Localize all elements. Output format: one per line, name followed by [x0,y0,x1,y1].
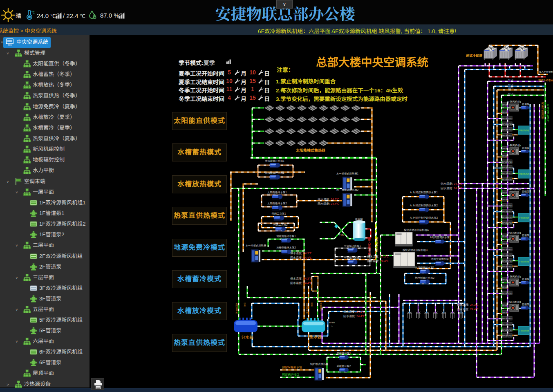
svg-text:24.4℃: 24.4℃ [303,256,312,259]
svg-text:供水温度:: 供水温度: [441,182,453,185]
svg-text:DPD3: DPD3 [508,117,513,119]
svg-text:24.3℃: 24.3℃ [303,252,312,255]
svg-text:回水温度:: 回水温度: [441,187,453,190]
svg-text:水一地板式换热器: 水一地板式换热器 [246,244,266,247]
svg-text:DPD3: DPD3 [508,161,513,163]
svg-text:采暖循环泵2: 采暖循环泵2 [337,365,351,367]
svg-text:DPD3: DPD3 [508,167,513,169]
svg-text:DPD3: DPD3 [502,211,507,213]
svg-text:供水: 供水 [244,302,246,307]
svg-text:闭式冷却塔: 闭式冷却塔 [466,54,483,58]
svg-text:供水温度:: 供水温度: [318,198,330,201]
svg-text:DPD3: DPD3 [502,292,507,294]
svg-text:XFD3: XFD3 [502,191,507,193]
svg-text:旁通二次泵2: 旁通二次泵2 [273,223,288,226]
svg-text:供水温度:: 供水温度: [457,303,469,306]
svg-text:1F新风机组: 1F新风机组 [519,329,529,332]
svg-text:XFD3: XFD3 [508,78,513,81]
svg-text:预留冷却塔补水管: 预留冷却塔补水管 [538,79,553,82]
svg-text:DPD3: DPD3 [502,167,507,169]
svg-text:模块: 模块 [8,44,12,46]
svg-text:DPD3: DPD3 [502,266,507,268]
svg-text:5F新风机组: 5F新风机组 [519,173,529,175]
svg-text:锅炉板式换热器: 锅炉板式换热器 [310,363,329,365]
svg-text:24.4℃: 24.4℃ [356,315,365,318]
svg-text:管道泵: 管道泵 [522,278,529,280]
svg-text:预留采暖补水管: 预留采暖补水管 [282,366,302,369]
svg-text:A. 时间控制空调供水泵3: A. 时间控制空调供水泵3 [410,216,438,219]
svg-text:4F新风机组1: 4F新风机组1 [507,188,522,190]
svg-text:地暖侧循环水泵1: 地暖侧循环水泵1 [276,235,296,237]
svg-text:DPD3: DPD3 [502,260,507,262]
svg-text:模块式地源热泵机组B: 模块式地源热泵机组B [403,249,428,251]
svg-text:管道泵: 管道泵 [522,190,529,193]
svg-text:地埋侧循环水泵1: 地埋侧循环水泵1 [415,266,434,269]
svg-text:DPD3: DPD3 [502,172,507,175]
svg-text:110: 110 [339,234,343,237]
svg-text:回水温度:: 回水温度: [457,308,469,311]
svg-text:接入室外侧机: 接入室外侧机 [539,70,553,73]
svg-text:太阳侧循环水泵1: 太阳侧循环水泵1 [267,191,287,194]
svg-text:DPD3: DPD3 [508,178,513,180]
svg-text:24.4℃: 24.4℃ [303,282,312,284]
svg-text:地暖侧循环水泵2: 地暖侧循环水泵2 [276,246,296,249]
svg-text:24.4℃: 24.4℃ [380,260,389,262]
svg-text:蓄热罐补水管: 蓄热罐补水管 [376,237,378,252]
svg-text:太阳侧供水: 太阳侧供水 [235,302,238,314]
svg-text:DPD3: DPD3 [508,222,513,224]
svg-text:DPD3: DPD3 [502,117,507,119]
svg-text:DPD3: DPD3 [508,134,513,137]
svg-text:DPD3: DPD3 [508,254,513,256]
svg-text:空调循环水泵1: 空调循环水泵1 [344,244,361,247]
svg-text:DPD3: DPD3 [508,216,513,218]
svg-text:地埋侧循环水泵2: 地埋侧循环水泵2 [415,276,434,279]
svg-text:DPD3: DPD3 [502,318,507,320]
svg-text:DPD3: DPD3 [508,318,513,320]
svg-text:XFD3: XFD3 [502,235,507,237]
svg-text:△: △ [331,325,333,327]
svg-text:DPD3: DPD3 [508,335,513,337]
svg-text:XFD3: XFD3 [502,242,507,244]
svg-text:XFD3: XFD3 [502,148,507,150]
svg-text:DPD3: DPD3 [508,249,513,251]
svg-text:DPD3: DPD3 [502,249,507,251]
svg-text:DPD3: DPD3 [502,329,507,331]
svg-text:闭式冷却塔回水: 闭式冷却塔回水 [541,102,544,119]
svg-text:供水温度:: 供水温度: [290,277,302,280]
svg-text:XFD3: XFD3 [502,155,507,157]
svg-text:模块式地源热泵机组A: 模块式地源热泵机组A [404,228,429,231]
svg-text:3F新风机组1: 3F新风机组1 [507,231,522,234]
svg-text:回水温度:: 回水温度: [290,282,302,284]
svg-text:回水: 回水 [311,302,313,307]
svg-text:回水温度:: 回水温度: [318,202,330,205]
svg-text:℃: ℃ [31,11,35,14]
svg-text:太阳侧回水: 太阳侧回水 [306,302,308,314]
svg-text:回水温度:: 回水温度: [367,260,379,262]
svg-text:供水温度:: 供水温度: [343,310,356,313]
svg-text:1F新风机组1: 1F新风机组1 [507,300,522,303]
svg-text:DPD3: DPD3 [502,222,507,224]
svg-text:XFD3: XFD3 [508,87,513,90]
svg-text:XFD3: XFD3 [502,311,507,314]
svg-text:太阳能循环水泵1: 太阳能循环水泵1 [265,159,284,162]
svg-text:XFD3: XFD3 [502,279,507,281]
svg-text:管道泵: 管道泵 [522,234,529,237]
svg-text:5F新风机组1: 5F新风机组1 [507,144,522,147]
svg-text:管道泵: 管道泵 [522,303,529,306]
svg-text:DPD3: DPD3 [508,292,513,294]
svg-text:水一换板式换热器2: 水一换板式换热器2 [336,188,358,191]
svg-text:接入室内采暖: 接入室内采暖 [368,238,371,255]
svg-text:时间空调供水泵: 时间空调供水泵 [431,258,449,260]
svg-text:太阳能槽式集热器: 太阳能槽式集热器 [296,148,326,152]
svg-text:24.3℃: 24.3℃ [454,182,462,185]
svg-text:DPD3: DPD3 [508,172,513,175]
svg-text:分水器: 分水器 [241,335,253,340]
svg-text:BF80: BF80 [329,321,335,324]
svg-text:XFD3: XFD3 [502,104,507,106]
svg-text:DPD3: DPD3 [502,178,507,180]
svg-text:XFD3: XFD3 [508,83,513,86]
svg-text:DPD3: DPD3 [502,123,507,125]
svg-text:公寓楼预留接口: 公寓楼预留接口 [546,104,549,123]
svg-text:太阳能循环水泵2: 太阳能循环水泵2 [265,171,284,174]
svg-text:DPD3: DPD3 [502,254,507,256]
